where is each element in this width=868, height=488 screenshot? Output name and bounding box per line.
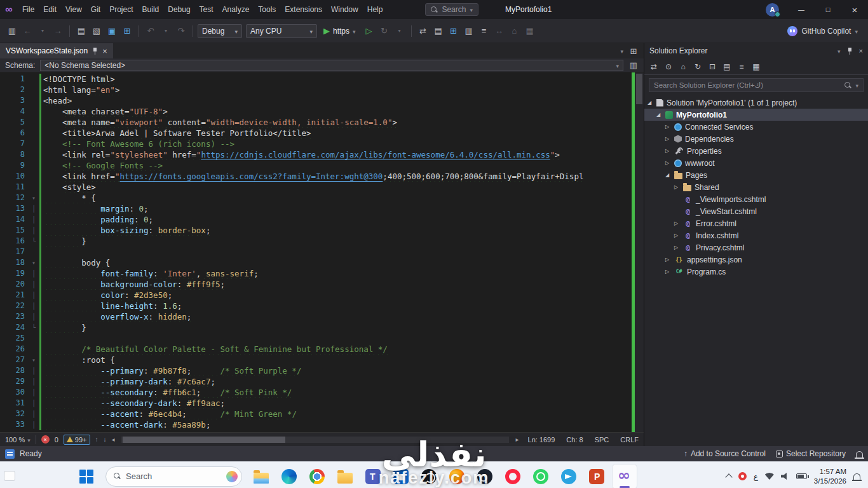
fold-indicator-icon[interactable]: ▾: [29, 355, 38, 365]
menu-item-view[interactable]: View: [61, 0, 86, 19]
menu-item-extensions[interactable]: Extensions: [280, 0, 327, 19]
spaces-indicator[interactable]: SPC: [595, 436, 609, 444]
schema-dropdown[interactable]: <No Schema Selected>: [40, 60, 623, 71]
tree-item-wwwroot[interactable]: ▷wwwroot: [644, 157, 868, 169]
code-line[interactable]: 31│ --secondary-dark: #ff9aac;: [0, 398, 631, 409]
next-issue-icon[interactable]: ↓: [104, 436, 107, 443]
zoom-control[interactable]: 100 %: [5, 436, 31, 444]
line-number[interactable]: 26: [0, 344, 29, 355]
tree-expander-icon[interactable]: ▷: [672, 184, 680, 190]
line-number[interactable]: 29: [0, 376, 29, 387]
close-button[interactable]: [841, 0, 868, 19]
code-line[interactable]: 16└ }: [0, 236, 631, 247]
find-in-files-icon[interactable]: [431, 24, 445, 38]
line-number[interactable]: 31: [0, 398, 29, 409]
taskbar-app-obs[interactable]: [416, 464, 442, 488]
taskbar-search[interactable]: Search: [105, 466, 242, 487]
code-line[interactable]: 10 <link href="https://fonts.googleapis.…: [0, 171, 631, 182]
minimize-button[interactable]: [788, 0, 815, 19]
code-line[interactable]: 4 <meta charset="UTF-8">: [0, 106, 631, 117]
open-file-icon[interactable]: [90, 24, 104, 38]
titlebar-search[interactable]: Search: [425, 3, 478, 16]
code-line[interactable]: 17: [0, 247, 631, 257]
line-operations-icon[interactable]: [477, 24, 491, 38]
taskbar-app-store[interactable]: [388, 464, 414, 488]
code-line[interactable]: 20│ background-color: #fff9f5;: [0, 279, 631, 290]
code-line[interactable]: 12▾ * {: [0, 193, 631, 203]
line-number[interactable]: 18: [0, 257, 29, 268]
line-number[interactable]: 4: [0, 106, 29, 117]
line-number[interactable]: 3: [0, 95, 29, 106]
start-button[interactable]: [74, 464, 99, 488]
schema-settings-icon[interactable]: [628, 58, 639, 72]
line-number[interactable]: 9: [0, 160, 29, 171]
taskbar-app-steam[interactable]: [472, 464, 498, 488]
code-line[interactable]: 6 <title>Arwa Adel | Software Tester Por…: [0, 128, 631, 139]
code-line[interactable]: 32│ --accent: #6ec4b4; /* Mint Green */: [0, 409, 631, 419]
code-line[interactable]: 3<head>: [0, 95, 631, 106]
line-number[interactable]: 17: [0, 247, 29, 257]
scroll-right-icon[interactable]: ▸: [515, 436, 519, 443]
tree-expander-icon[interactable]: ▷: [663, 160, 671, 166]
code-line[interactable]: 21│ color: #2d3e50;: [0, 290, 631, 301]
fold-indicator-icon[interactable]: ▾: [29, 193, 38, 203]
tab-close-icon[interactable]: [102, 46, 107, 56]
start-without-debugging-icon[interactable]: [362, 24, 376, 38]
tree-item-error-cshtml[interactable]: ▷Error.cshtml: [644, 217, 868, 229]
menu-item-debug[interactable]: Debug: [163, 0, 194, 19]
pin-icon[interactable]: [92, 48, 98, 55]
line-number[interactable]: 1: [0, 74, 29, 85]
line-number[interactable]: 23: [0, 311, 29, 322]
line-number[interactable]: 21: [0, 290, 29, 301]
menu-item-git[interactable]: Git: [86, 0, 105, 19]
menu-item-project[interactable]: Project: [105, 0, 137, 19]
code-line[interactable]: 1<!DOCTYPE html>: [0, 74, 631, 85]
tree-item-pages[interactable]: ◢Pages: [644, 169, 868, 181]
taskbar-app-whatsapp[interactable]: [528, 464, 553, 488]
tree-item-solution-myportofolio1-1-of-1-project[interactable]: ◢Solution 'MyPortofolio1' (1 of 1 projec…: [644, 97, 868, 109]
indent-icon[interactable]: [492, 24, 506, 38]
code-line[interactable]: 26 /* Beautiful Color Palette - Soft & F…: [0, 344, 631, 355]
menu-item-build[interactable]: Build: [138, 0, 164, 19]
tree-item-connected-services[interactable]: ▷Connected Services: [644, 121, 868, 133]
code-line[interactable]: 22│ line-height: 1.6;: [0, 301, 631, 311]
code-line[interactable]: 19│ font-family: 'Inter', sans-serif;: [0, 268, 631, 279]
add-to-source-control-button[interactable]: Add to Source Control: [684, 449, 766, 458]
tree-item-program-cs[interactable]: ▷Program.cs: [644, 266, 868, 278]
tree-expander-icon[interactable]: ▷: [663, 257, 671, 262]
code-line[interactable]: 25: [0, 333, 631, 344]
taskbar-app-file-explorer[interactable]: [248, 464, 274, 488]
code-line[interactable]: 33│ --accent-dark: #5aa89b;: [0, 419, 631, 430]
tree-expander-icon[interactable]: ▷: [663, 124, 671, 130]
copilot-search-icon[interactable]: [226, 471, 238, 482]
volume-icon[interactable]: [781, 472, 789, 480]
line-number[interactable]: 33: [0, 419, 29, 430]
redo-icon[interactable]: [174, 24, 188, 38]
prev-issue-icon[interactable]: ↑: [95, 436, 98, 443]
github-copilot-button[interactable]: GitHub Copilot: [787, 26, 863, 36]
fold-indicator-icon[interactable]: ▾: [29, 257, 38, 268]
solution-platform-dropdown[interactable]: Any CPU: [246, 24, 317, 38]
taskbar-app-firefox[interactable]: [444, 464, 470, 488]
tree-expander-icon[interactable]: ◢: [646, 100, 653, 105]
line-number[interactable]: 13: [0, 203, 29, 214]
new-file-icon[interactable]: [74, 24, 88, 38]
line-number[interactable]: 5: [0, 117, 29, 128]
eol-indicator[interactable]: CRLF: [620, 436, 639, 444]
maximize-button[interactable]: [815, 0, 841, 19]
tree-item-properties[interactable]: ▷Properties: [644, 145, 868, 157]
navigate-backward-dropdown-icon[interactable]: [36, 24, 50, 38]
code-line[interactable]: 7 <!-- Font Awesome 6 (rich icons) -->: [0, 139, 631, 149]
menu-item-window[interactable]: Window: [327, 0, 363, 19]
pin-icon[interactable]: [847, 48, 853, 55]
compare-icon[interactable]: [416, 24, 430, 38]
line-indicator[interactable]: Ln: 1699: [528, 436, 555, 444]
taskbar-app-chrome[interactable]: [304, 464, 330, 488]
tree-item-index-cshtml[interactable]: ▷Index.cshtml: [644, 229, 868, 241]
tree-item-appsettings-json[interactable]: ▷appsettings.json: [644, 254, 868, 266]
code-line[interactable]: 8 <link rel="stylesheet" href="https://c…: [0, 149, 631, 160]
tree-expander-icon[interactable]: ◢: [663, 172, 671, 178]
error-icon[interactable]: [41, 435, 50, 444]
line-number[interactable]: 25: [0, 333, 29, 344]
split-view-icon[interactable]: [462, 24, 476, 38]
